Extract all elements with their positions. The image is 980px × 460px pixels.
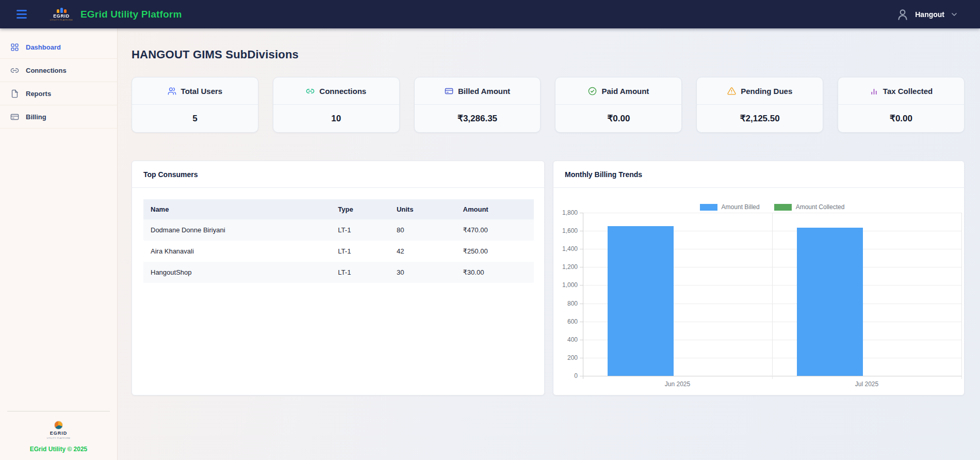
page-title: HANGOUT GIMS SubDivisions [132, 48, 965, 61]
sidebar-item-billing[interactable]: Billing [0, 105, 117, 129]
stat-label: Billed Amount [458, 87, 510, 96]
user-avatar-icon [896, 8, 909, 21]
egrid-logo: EGRID UTILITY PLATFORM [50, 8, 73, 21]
sidebar-item-label: Connections [26, 67, 67, 74]
stats-row: Total Users5Connections10Billed Amount₹3… [132, 77, 965, 133]
column-header-amount: Amount [456, 199, 534, 219]
file-icon [10, 89, 19, 98]
table-cell: 30 [389, 262, 456, 283]
warning-icon [727, 87, 736, 96]
chart-ylabel: 1,200 [555, 263, 578, 271]
card-icon [10, 113, 19, 121]
stat-value: 5 [132, 105, 258, 132]
app-title: EGrid Utility Platform [80, 9, 182, 20]
check-icon [588, 87, 597, 96]
grid-icon [10, 43, 19, 52]
stat-card-header: Total Users [132, 77, 258, 105]
chart-ylabel: 1,800 [555, 209, 578, 216]
copyright-text: EGrid Utility © 2025 [0, 446, 117, 453]
link-icon [10, 66, 19, 75]
chart-ylabel: 1,400 [555, 245, 578, 252]
table-cell: 42 [389, 241, 456, 262]
column-header-name: Name [143, 199, 331, 219]
stat-label: Tax Collected [883, 87, 933, 96]
chevron-down-icon [950, 10, 958, 19]
main-content: HANGOUT GIMS SubDivisions Total Users5Co… [118, 28, 980, 460]
chart-ylabel: 0 [555, 372, 578, 379]
top-navbar: EGRID UTILITY PLATFORM EGrid Utility Pla… [0, 0, 980, 28]
users-icon [168, 87, 176, 96]
sidebar-item-label: Dashboard [26, 43, 61, 51]
chart-bar-jun-2025-amount-billed [608, 226, 674, 376]
table-header-row: NameTypeUnitsAmount [143, 199, 534, 219]
stat-value: ₹3,286.35 [415, 105, 541, 132]
chart-ylabel: 600 [555, 318, 578, 325]
logo-subtext: UTILITY PLATFORM [50, 19, 73, 21]
sidebar-nav: DashboardConnectionsReportsBilling [0, 28, 117, 129]
stat-card-connections: Connections10 [273, 77, 400, 133]
footer-divider [7, 411, 110, 411]
chart-bar-jul-2025-amount-billed [797, 228, 863, 376]
chart-ylabel: 1,600 [555, 227, 578, 234]
billing-trends-chart: Amount BilledAmount Collected02004006008… [553, 188, 964, 395]
card-icon [445, 87, 453, 96]
legend-label: Amount Billed [722, 203, 760, 211]
stat-card-header: Tax Collected [838, 77, 964, 105]
sidebar: DashboardConnectionsReportsBilling EGRID… [0, 28, 118, 460]
stat-card-header: Pending Dues [697, 77, 823, 105]
stat-label: Pending Dues [741, 87, 792, 96]
sidebar-item-label: Reports [26, 90, 51, 98]
table-cell: LT-1 [331, 219, 389, 241]
link-icon [306, 87, 315, 96]
sidebar-footer: EGRID UTILITY PLATFORM EGrid Utility © 2… [0, 411, 117, 453]
legend-amount-billed: Amount Billed [700, 203, 760, 211]
table-row: HangoutShopLT-130₹30.00 [143, 262, 534, 283]
chart-xlabel: Jun 2025 [665, 380, 690, 388]
table-cell: 80 [389, 219, 456, 241]
legend-label: Amount Collected [796, 203, 845, 211]
stat-card-header: Connections [273, 77, 399, 105]
table-cell: Aira Khanavali [143, 241, 331, 262]
bar-chart-icon [870, 87, 878, 96]
sidebar-item-connections[interactable]: Connections [0, 59, 117, 82]
stat-value: ₹0.00 [838, 105, 964, 132]
table-cell: HangoutShop [143, 262, 331, 283]
column-header-type: Type [331, 199, 389, 219]
sidebar-item-dashboard[interactable]: Dashboard [0, 36, 117, 59]
hamburger-icon [17, 10, 27, 11]
stat-card-tax-collected: Tax Collected₹0.00 [838, 77, 965, 133]
menu-toggle-button[interactable] [14, 8, 29, 21]
sidebar-item-label: Billing [26, 113, 46, 121]
stat-value: ₹2,125.50 [697, 105, 823, 132]
stat-value: 10 [273, 105, 399, 132]
table-cell: LT-1 [331, 262, 389, 283]
table-cell: LT-1 [331, 241, 389, 262]
legend-amount-collected: Amount Collected [774, 203, 845, 211]
billing-trends-title: Monthly Billing Trends [553, 161, 964, 188]
legend-swatch [774, 204, 792, 211]
chart-ylabel: 1,000 [555, 281, 578, 289]
billing-trends-panel: Monthly Billing Trends Amount BilledAmou… [553, 161, 965, 395]
top-consumers-panel: Top Consumers NameTypeUnitsAmount Dodman… [132, 161, 545, 395]
stat-card-header: Billed Amount [415, 77, 541, 105]
chart-ylabel: 400 [555, 336, 578, 343]
sidebar-item-reports[interactable]: Reports [0, 82, 117, 105]
panels-row: Top Consumers NameTypeUnitsAmount Dodman… [132, 161, 965, 395]
user-name: Hangout [915, 10, 944, 19]
chart-ylabel: 200 [555, 354, 578, 361]
table-row: Dodmane Donne BiriyaniLT-180₹470.00 [143, 219, 534, 241]
stat-label: Paid Amount [601, 87, 649, 96]
footer-logo: EGRID UTILITY PLATFORM [0, 421, 117, 439]
logo-flames-icon [57, 8, 67, 13]
top-consumers-title: Top Consumers [132, 161, 544, 188]
logo-text: EGRID [53, 13, 70, 19]
user-menu[interactable]: Hangout [896, 8, 958, 21]
table-cell: ₹30.00 [456, 262, 534, 283]
legend-swatch [700, 204, 717, 211]
chart-vgridline [583, 213, 583, 379]
footer-logo-icon [54, 421, 63, 430]
stat-card-header: Paid Amount [556, 77, 681, 105]
chart-ylabel: 800 [555, 300, 578, 307]
table-cell: ₹250.00 [456, 241, 534, 262]
stat-card-pending-dues: Pending Dues₹2,125.50 [696, 77, 823, 133]
